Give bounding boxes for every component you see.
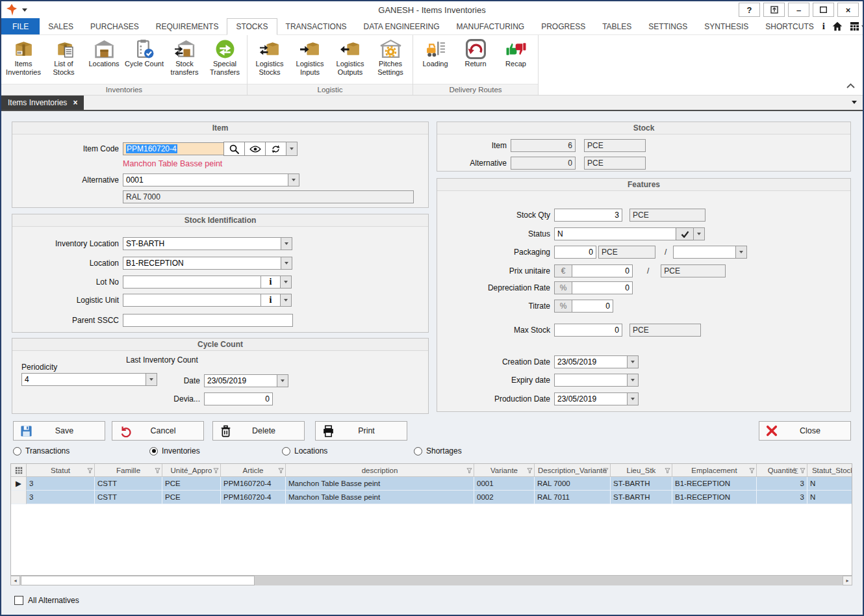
ribbon-tab-tables[interactable]: TABLES	[594, 18, 640, 34]
filter-icon[interactable]	[155, 467, 160, 475]
alternative-caret-button[interactable]	[288, 173, 299, 186]
column-header-description[interactable]: description	[286, 464, 474, 477]
expiry-date-combo[interactable]	[554, 374, 628, 387]
cell-description_variante[interactable]: RAL 7011	[535, 491, 611, 504]
cell-description[interactable]: Manchon Table Basse peint	[286, 491, 474, 504]
logistic-unit-input[interactable]	[123, 294, 261, 307]
quick-access-caret-icon[interactable]	[22, 8, 27, 12]
delete-button[interactable]: Delete	[212, 421, 305, 441]
grid-horizontal-scrollbar[interactable]: ◂ ▸	[10, 576, 852, 585]
ribbon-tab-purchases[interactable]: PURCHASES	[82, 18, 147, 34]
column-header-lieu_stk[interactable]: Lieu_Stk	[611, 464, 672, 477]
item-code-input[interactable]: PPM160720-4	[123, 142, 224, 155]
creation-date-combo[interactable]: 23/05/2019	[554, 355, 628, 368]
radio-transactions[interactable]: Transactions	[13, 446, 70, 456]
table-row[interactable]: 3CSTTPCEPPM160720-4Manchon Table Basse p…	[11, 491, 852, 504]
home-icon[interactable]	[832, 21, 843, 31]
stock-transfers-button[interactable]: Stock transfers	[164, 37, 205, 77]
special-transfers-button[interactable]: Special Transfers	[205, 37, 245, 77]
filter-icon[interactable]	[527, 467, 533, 475]
locations-button[interactable]: Locations	[84, 37, 124, 69]
cell-quantité[interactable]: 3	[757, 491, 807, 504]
status-validate-button[interactable]	[676, 227, 694, 240]
logistics-stocks-button[interactable]: Logistics Stocks	[249, 37, 290, 77]
depreciation-input[interactable]: 0	[572, 281, 633, 294]
filter-icon[interactable]	[87, 467, 93, 475]
column-header-statut_stock[interactable]: Statut_Stock	[807, 464, 852, 477]
column-header-quantité[interactable]: QuantitéΣ	[757, 464, 807, 477]
search-button[interactable]	[223, 142, 245, 156]
all-alternatives-checkbox[interactable]: All Alternatives	[14, 596, 79, 605]
ribbon-tab-synthesis[interactable]: SYNTHESIS	[696, 18, 757, 34]
expiry-date-caret[interactable]	[627, 374, 639, 387]
collapse-ribbon-icon[interactable]	[846, 79, 855, 91]
ribbon-tab-requirements[interactable]: REQUIREMENTS	[147, 18, 227, 34]
titrate-input[interactable]: 0	[572, 300, 613, 313]
cell-description[interactable]: Manchon Table Basse peint	[286, 477, 474, 491]
calculator-grid-icon[interactable]	[850, 21, 864, 31]
close-tab-icon[interactable]: ×	[73, 98, 77, 107]
pitches-settings-button[interactable]: Pitches Settings	[370, 37, 411, 77]
cycle-count-button[interactable]: Cycle Count	[124, 37, 164, 69]
stock-qty-input[interactable]: 3	[554, 209, 622, 222]
cell-article[interactable]: PPM160720-4	[221, 491, 286, 504]
packaging-alt-caret[interactable]	[735, 246, 747, 259]
ribbon-tab-data-engineering[interactable]: DATA ENGINEERING	[355, 18, 448, 34]
loading-button[interactable]: Loading	[415, 37, 455, 69]
maximize-button[interactable]	[813, 3, 834, 17]
location-caret[interactable]	[281, 257, 292, 270]
scroll-left-button[interactable]: ◂	[10, 576, 20, 585]
column-header-variante[interactable]: Variante	[474, 464, 535, 477]
return-button[interactable]: Return	[455, 37, 496, 69]
cell-statut[interactable]: 3	[27, 477, 95, 491]
save-button[interactable]: Save	[13, 421, 105, 441]
production-date-caret[interactable]	[627, 392, 639, 405]
cell-lieu_stk[interactable]: ST-BARTH	[611, 477, 672, 491]
logistic-unit-caret[interactable]	[280, 294, 292, 307]
cancel-button[interactable]: Cancel	[112, 421, 204, 441]
ribbon-tab-shortcuts[interactable]: SHORTCUTS	[757, 18, 822, 34]
unit-price-input[interactable]: 0	[572, 264, 633, 277]
close-window-button[interactable]: ×	[837, 3, 859, 17]
cell-famille[interactable]: CSTT	[95, 491, 162, 504]
cell-quantité[interactable]: 3	[757, 477, 807, 491]
filter-icon[interactable]	[213, 467, 219, 475]
cell-statut_stock[interactable]: N	[807, 491, 852, 504]
cell-emplacement[interactable]: B1-RECEPTION	[672, 477, 757, 491]
table-row[interactable]: ▶3CSTTPCEPPM160720-4Manchon Table Basse …	[11, 477, 852, 491]
logistics-inputs-button[interactable]: Logistics Inputs	[290, 37, 330, 77]
help-button[interactable]: ?	[739, 3, 760, 17]
sum-icon[interactable]: Σ	[794, 468, 798, 475]
alternative-combo[interactable]: 0001	[123, 173, 288, 186]
status-caret[interactable]	[693, 227, 705, 240]
column-header-famille[interactable]: Famille	[95, 464, 162, 477]
ribbon-tab-progress[interactable]: PROGRESS	[533, 18, 594, 34]
filter-icon[interactable]	[466, 467, 472, 475]
minimize-button[interactable]: –	[788, 3, 809, 17]
info-icon[interactable]: i	[822, 21, 825, 32]
lot-no-caret[interactable]	[280, 276, 292, 289]
scrollbar-thumb[interactable]	[21, 576, 255, 585]
radio-locations[interactable]: Locations	[282, 446, 327, 456]
cell-lieu_stk[interactable]: ST-BARTH	[611, 491, 672, 504]
radio-shortages[interactable]: Shortages	[414, 446, 462, 456]
production-date-combo[interactable]: 23/05/2019	[554, 392, 628, 405]
lot-no-input[interactable]	[123, 276, 261, 289]
select-all-icon[interactable]	[11, 464, 27, 477]
print-button[interactable]: Print	[315, 421, 407, 441]
cell-famille[interactable]: CSTT	[95, 477, 162, 491]
logistics-outputs-button[interactable]: Logistics Outputs	[330, 37, 370, 77]
row-selector[interactable]	[11, 491, 27, 504]
recap-button[interactable]: Recap	[496, 37, 536, 69]
filter-icon[interactable]	[665, 467, 670, 475]
logistic-unit-info-button[interactable]: i	[260, 294, 281, 307]
cell-statut_stock[interactable]: N	[807, 477, 852, 491]
radio-inventories[interactable]: Inventories	[149, 446, 200, 456]
cell-variante[interactable]: 0001	[474, 477, 535, 491]
count-date-combo[interactable]: 23/05/2019	[204, 374, 277, 387]
view-button[interactable]	[244, 142, 266, 156]
filter-icon[interactable]	[749, 467, 755, 475]
cell-variante[interactable]: 0002	[474, 491, 535, 504]
column-header-unité_appro[interactable]: Unité_Appro	[162, 464, 221, 477]
column-header-emplacement[interactable]: Emplacement	[672, 464, 757, 477]
